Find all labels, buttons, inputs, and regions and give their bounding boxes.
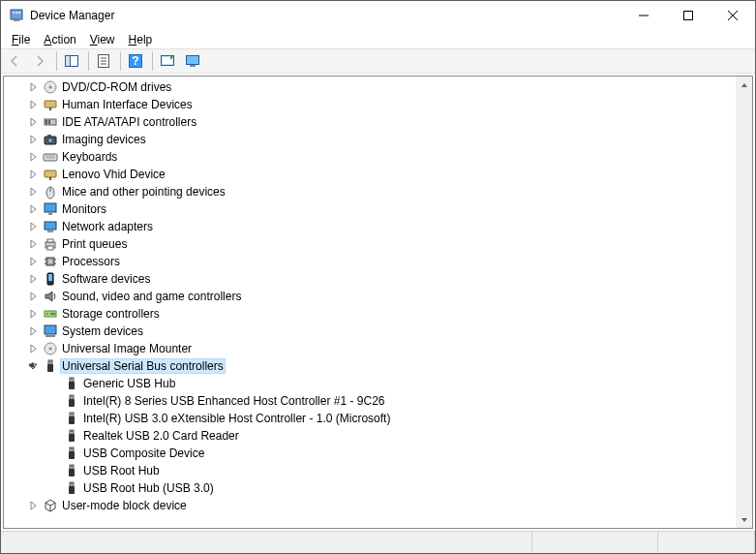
imaging-icon [43, 132, 58, 147]
tree-node-label: USB Root Hub [81, 464, 162, 477]
tree-disclosure-closed-icon[interactable] [25, 132, 41, 147]
app-icon [9, 8, 24, 23]
svg-rect-53 [48, 274, 52, 281]
toolbar-showtree-button[interactable] [60, 50, 83, 72]
tree-category-node[interactable]: Print queues [4, 235, 736, 253]
printer-icon [43, 236, 58, 252]
tree-category-node[interactable]: Human Interface Devices [4, 96, 736, 113]
tree-disclosure-closed-icon[interactable] [25, 306, 41, 322]
tree-node-label: USB Root Hub (USB 3.0) [81, 481, 216, 495]
tree-device-node[interactable]: Generic USB Hub [4, 375, 736, 392]
tree-disclosure-closed-icon[interactable] [25, 114, 41, 130]
svg-point-3 [15, 12, 17, 14]
tree-disclosure-closed-icon[interactable] [25, 219, 41, 234]
status-pane-3 [658, 532, 755, 553]
tree-disclosure-open-icon[interactable] [25, 358, 41, 374]
mouse-icon [43, 184, 58, 200]
tree-category-node[interactable]: Network adapters [4, 218, 736, 235]
tree-category-node[interactable]: IDE ATA/ATAPI controllers [4, 113, 736, 131]
toolbar-help-button[interactable]: ? [124, 50, 147, 72]
svg-rect-40 [45, 222, 56, 230]
close-button[interactable] [711, 1, 755, 30]
usb-icon [64, 446, 79, 461]
vertical-scrollbar[interactable] [736, 77, 752, 528]
tree-category-node[interactable]: Lenovo Vhid Device [4, 166, 736, 183]
tree-disclosure-closed-icon[interactable] [25, 341, 41, 356]
svg-text:?: ? [132, 54, 138, 68]
menu-file[interactable]: File [5, 32, 37, 47]
svg-point-4 [18, 12, 20, 14]
titlebar[interactable]: Device Manager [1, 1, 755, 30]
tree-device-node[interactable]: USB Composite Device [4, 445, 736, 462]
toolbar-monitor-button[interactable] [181, 50, 204, 72]
tree-disclosure-closed-icon[interactable] [25, 236, 41, 252]
keyboard-icon [43, 149, 58, 165]
ide-icon [43, 114, 58, 130]
tree-device-node[interactable]: USB Root Hub [4, 462, 736, 479]
toolbar-scan-button[interactable] [156, 50, 179, 72]
tree-node-label: Processors [60, 255, 122, 268]
tree-disclosure-closed-icon[interactable] [25, 201, 41, 217]
tree-node-label: Lenovo Vhid Device [60, 168, 167, 181]
toolbar-forward-button[interactable] [28, 50, 51, 72]
svg-rect-74 [69, 434, 75, 442]
svg-point-22 [49, 86, 52, 89]
tree-category-node[interactable]: User-mode block device [4, 497, 736, 514]
svg-point-29 [48, 138, 53, 143]
tree-category-node[interactable]: Universal Serial Bus controllers [4, 357, 736, 375]
sound-icon [43, 289, 58, 304]
maximize-button[interactable] [666, 1, 711, 30]
toolbar-separator [88, 51, 89, 71]
tree-category-node[interactable]: Monitors [4, 200, 736, 218]
toolbar-properties-button[interactable] [92, 50, 115, 72]
menu-help[interactable]: Help [122, 32, 160, 47]
toolbar-back-button[interactable] [3, 50, 26, 72]
device-tree[interactable]: DVD/CD-ROM drivesHuman Interface Devices… [4, 77, 736, 528]
menu-action[interactable]: Action [37, 32, 82, 47]
tree-disclosure-spacer [46, 463, 62, 478]
tree-disclosure-closed-icon[interactable] [25, 79, 41, 95]
usb-icon [64, 393, 79, 409]
tree-container: DVD/CD-ROM drivesHuman Interface Devices… [3, 76, 753, 529]
menu-view[interactable]: View [83, 32, 122, 47]
tree-category-node[interactable]: System devices [4, 323, 736, 340]
tree-category-node[interactable]: Processors [4, 253, 736, 270]
tree-disclosure-closed-icon[interactable] [25, 498, 41, 513]
tree-disclosure-closed-icon[interactable] [25, 289, 41, 304]
tree-category-node[interactable]: Storage controllers [4, 305, 736, 323]
tree-device-node[interactable]: USB Root Hub (USB 3.0) [4, 479, 736, 497]
svg-rect-10 [66, 56, 71, 67]
tree-category-node[interactable]: Sound, video and game controllers [4, 288, 736, 305]
tree-disclosure-closed-icon[interactable] [25, 254, 41, 269]
toolbar-separator [56, 51, 57, 71]
status-pane-2 [532, 532, 658, 553]
minimize-button[interactable] [621, 1, 666, 30]
scroll-up-button[interactable] [736, 77, 752, 93]
tree-disclosure-closed-icon[interactable] [25, 149, 41, 165]
window-frame: Device Manager File Action View Help ? [0, 0, 756, 554]
svg-rect-0 [11, 10, 22, 19]
tree-disclosure-closed-icon[interactable] [25, 184, 41, 200]
scroll-down-button[interactable] [736, 511, 752, 528]
tree-disclosure-closed-icon[interactable] [25, 271, 41, 287]
tree-device-node[interactable]: Realtek USB 2.0 Card Reader [4, 427, 736, 445]
tree-category-node[interactable]: Universal Image Mounter [4, 340, 736, 357]
tree-device-node[interactable]: Intel(R) USB 3.0 eXtensible Host Control… [4, 410, 736, 427]
tree-category-node[interactable]: Mice and other pointing devices [4, 183, 736, 200]
tree-node-label: DVD/CD-ROM drives [60, 80, 173, 94]
tree-disclosure-closed-icon[interactable] [25, 167, 41, 182]
usb-icon [64, 480, 79, 496]
tree-category-node[interactable]: DVD/CD-ROM drives [4, 78, 736, 96]
tree-disclosure-spacer [46, 411, 62, 426]
tree-category-node[interactable]: Keyboards [4, 148, 736, 166]
tree-category-node[interactable]: Software devices [4, 270, 736, 288]
tree-node-label: Monitors [60, 202, 108, 216]
svg-rect-23 [45, 101, 56, 108]
tree-disclosure-closed-icon[interactable] [25, 323, 41, 339]
tree-device-node[interactable]: Intel(R) 8 Series USB Enhanced Host Cont… [4, 392, 736, 410]
tree-category-node[interactable]: Imaging devices [4, 131, 736, 148]
tree-disclosure-closed-icon[interactable] [25, 97, 41, 112]
svg-rect-38 [45, 203, 56, 212]
tree-node-label: IDE ATA/ATAPI controllers [60, 115, 198, 129]
scroll-thumb[interactable] [736, 93, 752, 511]
